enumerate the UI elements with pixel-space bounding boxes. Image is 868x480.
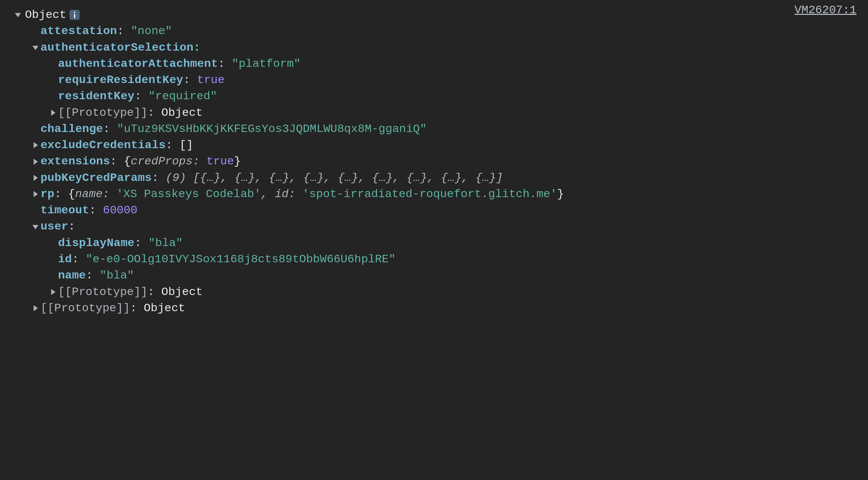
- property-value: "uTuz9KSVsHbKKjKKFEGsYos3JQDMLWU8qx8M-gg…: [117, 121, 427, 137]
- property-key: challenge: [40, 121, 103, 137]
- property-key: extensions: [40, 153, 110, 169]
- object-label: Object: [25, 7, 66, 23]
- property-authenticator-attachment[interactable]: authenticatorAttachment: "platform": [13, 56, 855, 72]
- triangle-right-icon[interactable]: [48, 289, 58, 295]
- property-value: "required": [148, 88, 217, 104]
- triangle-right-icon[interactable]: [30, 191, 40, 197]
- property-attestation[interactable]: attestation: "none": [13, 23, 855, 39]
- property-key: attestation: [40, 23, 117, 39]
- property-pubkey-cred-params[interactable]: pubKeyCredParams: (9) [{…}, {…}, {…}, {……: [13, 170, 855, 186]
- property-value: true: [197, 72, 225, 88]
- property-value: 60000: [103, 202, 137, 218]
- property-prototype[interactable]: [[Prototype]]: Object: [13, 284, 855, 300]
- property-value-preview: [{…}, {…}, {…}, {…}, {…}, {…}, {…}, {…},…: [193, 170, 503, 186]
- property-key: authenticatorAttachment: [58, 56, 218, 72]
- property-timeout[interactable]: timeout: 60000: [13, 202, 855, 218]
- property-key: name: [58, 267, 86, 284]
- property-value: Object: [161, 105, 202, 121]
- property-user-name[interactable]: name: "bla": [13, 267, 855, 284]
- info-icon[interactable]: [70, 10, 80, 20]
- svg-rect-1: [74, 14, 75, 18]
- property-exclude-credentials[interactable]: excludeCredentials: []: [13, 137, 855, 153]
- property-key: residentKey: [58, 88, 135, 104]
- source-link[interactable]: VM26207:1: [794, 2, 857, 18]
- property-key: excludeCredentials: [40, 137, 166, 153]
- property-key: [[Prototype]]: [40, 300, 130, 316]
- property-value: "bla": [148, 235, 183, 251]
- property-prototype[interactable]: [[Prototype]]: Object: [13, 105, 855, 121]
- console-object-view: VM26207:1 Object attestation: "none" aut…: [0, 0, 868, 316]
- triangle-right-icon[interactable]: [30, 175, 40, 181]
- property-authenticator-selection[interactable]: authenticatorSelection:: [13, 39, 855, 56]
- property-resident-key[interactable]: residentKey: "required": [13, 88, 855, 104]
- property-rp[interactable]: rp: {name: 'XS Passkeys Codelab', id: 's…: [13, 186, 855, 202]
- property-user-display-name[interactable]: displayName: "bla": [13, 235, 855, 251]
- property-value: Object: [161, 284, 202, 300]
- property-value: []: [180, 137, 193, 153]
- triangle-down-icon[interactable]: [30, 45, 40, 51]
- property-key: pubKeyCredParams: [40, 170, 152, 186]
- property-extensions[interactable]: extensions: {credProps: true}: [13, 153, 855, 169]
- object-root-row[interactable]: Object: [13, 7, 855, 23]
- property-value: "none": [131, 23, 172, 39]
- property-key: timeout: [40, 202, 89, 218]
- svg-point-0: [74, 12, 76, 14]
- property-value: "e-e0-OOlg10IVYJSox1168j8cts89tObbW66U6h…: [86, 251, 396, 267]
- property-prototype[interactable]: [[Prototype]]: Object: [13, 300, 855, 316]
- property-key: requireResidentKey: [58, 72, 183, 88]
- property-key: authenticatorSelection: [40, 39, 193, 56]
- property-require-resident-key[interactable]: requireResidentKey: true: [13, 72, 855, 88]
- property-key: id: [58, 251, 72, 267]
- triangle-right-icon[interactable]: [30, 142, 40, 148]
- property-key: [[Prototype]]: [58, 284, 147, 300]
- property-key: user: [40, 218, 68, 235]
- property-value: "platform": [232, 56, 301, 72]
- property-user[interactable]: user:: [13, 218, 855, 235]
- property-challenge[interactable]: challenge: "uTuz9KSVsHbKKjKKFEGsYos3JQDM…: [13, 121, 855, 137]
- property-key: displayName: [58, 235, 135, 251]
- property-value: Object: [144, 300, 185, 316]
- property-key: rp: [40, 186, 54, 202]
- triangle-down-icon[interactable]: [13, 12, 23, 18]
- triangle-right-icon[interactable]: [48, 110, 58, 116]
- triangle-right-icon[interactable]: [30, 159, 40, 165]
- property-value: "bla": [100, 267, 134, 284]
- property-key: [[Prototype]]: [58, 105, 147, 121]
- triangle-right-icon[interactable]: [30, 305, 40, 311]
- property-user-id[interactable]: id: "e-e0-OOlg10IVYJSox1168j8cts89tObbW6…: [13, 251, 855, 267]
- triangle-down-icon[interactable]: [30, 224, 40, 230]
